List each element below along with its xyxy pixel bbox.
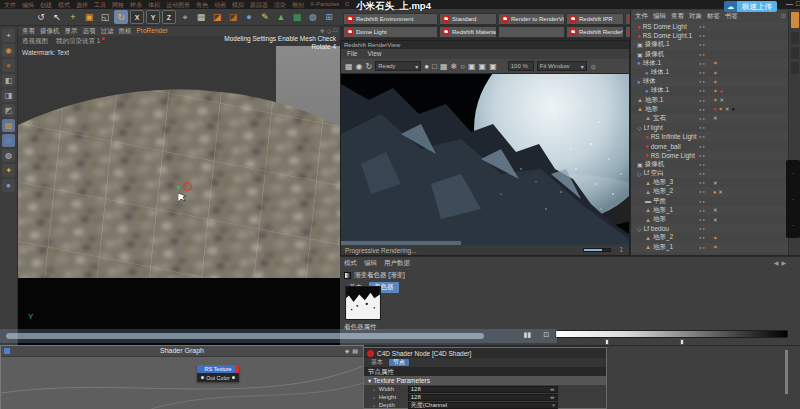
orange-tag-icon[interactable]: ✦ — [718, 106, 723, 112]
dialog-tab-基本[interactable]: 基本 — [367, 359, 387, 366]
menu-item[interactable]: 样条 — [130, 1, 142, 9]
dialog-tab-节点[interactable]: 节点 — [389, 359, 409, 366]
locked-workplane-icon[interactable]: ● — [2, 179, 15, 192]
menu-item[interactable]: 网格 — [112, 1, 124, 9]
coord-system-icon[interactable]: ⌖ — [178, 10, 192, 24]
visibility-dots-icon[interactable]: ●● — [699, 61, 706, 66]
render-settings-icon[interactable]: ◪ — [226, 10, 240, 24]
viewport-panel-icons[interactable]: ✛◇□ — [320, 27, 337, 34]
scale-icon[interactable]: ◱ — [98, 10, 112, 24]
menu-item[interactable]: 模拟 — [232, 1, 244, 9]
panel-tab-block[interactable] — [791, 62, 799, 74]
x-tag-icon[interactable]: ✕ — [725, 106, 730, 112]
menu-item[interactable]: 体积 — [148, 1, 160, 9]
window-icon[interactable]: ▤ — [352, 347, 358, 354]
om-menu-item[interactable]: 标签 — [707, 12, 720, 19]
history-arrow-icon[interactable]: ◀ — [774, 259, 779, 266]
node-out-color-port[interactable]: Out Color — [197, 373, 239, 382]
shader-graph-title-icons[interactable]: ◈▤ — [345, 347, 358, 354]
visibility-dots-icon[interactable]: ●● — [699, 42, 706, 47]
minimize-button[interactable]: — — [786, 0, 793, 7]
object-row[interactable]: ▲地形●●●✦✕● — [631, 105, 788, 114]
attr-menu-item[interactable]: 模式 — [344, 259, 357, 268]
menu-item[interactable]: 运动图形 — [166, 1, 190, 9]
visibility-dots-icon[interactable]: ●● — [699, 144, 706, 149]
convert-icon[interactable]: + — [2, 29, 15, 42]
redball-tag-icon[interactable]: ● — [720, 88, 723, 94]
orange-tag-icon[interactable]: ✦ — [713, 97, 718, 103]
region-icon[interactable]: □ — [432, 62, 437, 71]
volume-icon[interactable]: ▩ — [290, 10, 304, 24]
object-row[interactable]: ◇Lf bedou●● — [631, 224, 788, 233]
rs-button-dome-light[interactable]: Dome Light — [343, 26, 438, 38]
rs-button-empty[interactable] — [498, 26, 565, 38]
menu-item[interactable]: 文件 — [4, 1, 16, 9]
snapshot-icon[interactable]: ▦ — [345, 62, 353, 71]
axis-z-icon[interactable]: Z — [162, 10, 176, 24]
visibility-dots-icon[interactable]: ●● — [699, 180, 706, 185]
viewport-solo-icon[interactable]: ◍ — [2, 149, 15, 162]
object-row[interactable]: ●RS Dome Light●● — [631, 151, 788, 160]
orange-tag-icon[interactable]: ✦ — [713, 60, 718, 66]
object-row[interactable]: ●球体.1●●✦● — [631, 86, 788, 95]
status-dropdown[interactable]: Ready▾ — [375, 61, 421, 71]
visibility-dots-icon[interactable]: ●● — [699, 79, 706, 84]
visibility-dots-icon[interactable]: ●● — [699, 189, 706, 194]
scrollbar-thumb[interactable] — [791, 12, 799, 28]
visibility-dots-icon[interactable]: ●● — [699, 245, 706, 250]
player-control-icon[interactable]: ▮▮ — [523, 331, 531, 339]
visibility-dots-icon[interactable]: ●● — [699, 52, 706, 57]
object-row[interactable]: ▲宝石●●✕ — [631, 114, 788, 123]
visibility-dots-icon[interactable]: ●● — [699, 162, 706, 167]
rs-button-redshift-renderview[interactable]: Redshift RenderView — [566, 26, 624, 38]
visibility-dots-icon[interactable]: ●● — [699, 153, 706, 158]
rv-menu-item[interactable]: File — [347, 50, 357, 58]
orange-tag-icon[interactable]: ✦ — [713, 244, 718, 250]
attribute-history-icons[interactable]: ◀▶ — [774, 259, 786, 266]
restart-icon[interactable]: ↻ — [366, 62, 373, 71]
visibility-dots-icon[interactable]: ●● — [699, 226, 706, 231]
visibility-dots-icon[interactable]: ●● — [699, 88, 706, 93]
shader-graph-titlebar[interactable]: Shader Graph ◈▤ — [1, 346, 363, 357]
object-row[interactable]: ▲地形_1●●✦ — [631, 243, 788, 252]
om-menu-item[interactable]: 对象 — [689, 12, 702, 19]
menu-item[interactable]: 选择 — [76, 1, 88, 9]
menu-item[interactable]: 渲染 — [274, 1, 286, 9]
x-tag-icon[interactable]: ✕ — [713, 180, 718, 186]
polygons-mode-icon[interactable]: ◩ — [2, 104, 15, 117]
viewport-corner-icon[interactable]: ◇ — [327, 27, 332, 34]
points-mode-icon[interactable]: ◧ — [2, 74, 15, 87]
panel-tab-block[interactable] — [791, 47, 799, 59]
rs-texture-node[interactable]: RS Texture Out Color — [197, 365, 239, 382]
render-active-icon[interactable]: ◪ — [210, 10, 224, 24]
visibility-dots-icon[interactable]: ●● — [699, 125, 706, 130]
om-menu-item[interactable]: 书签 — [725, 12, 738, 19]
texture-mode-icon[interactable]: ● — [2, 59, 15, 72]
orangeball-tag-icon[interactable]: ● — [713, 189, 716, 195]
object-row[interactable]: ▬平面●● — [631, 197, 788, 206]
aov-icon-3[interactable]: ▣ — [489, 62, 497, 71]
x-tag-icon[interactable]: ✕ — [718, 189, 723, 195]
visibility-dots-icon[interactable]: ●● — [699, 33, 706, 38]
x-tag-icon[interactable]: ✕ — [713, 217, 718, 223]
maximize-button[interactable]: □ — [796, 0, 800, 7]
attr-menu-item[interactable]: 编辑 — [364, 259, 377, 268]
axis-mode-icon[interactable]: ▦ — [2, 134, 15, 147]
gradient-bar[interactable] — [555, 330, 788, 338]
object-row[interactable]: ▣摄像机.1●● — [631, 40, 788, 49]
object-row[interactable]: ▲地形_1●●✕ — [631, 206, 788, 215]
search-icon[interactable]: ⊙ — [781, 12, 786, 20]
object-row[interactable]: ▲地形.1●●✦✕ — [631, 96, 788, 105]
viewport-menu-item[interactable]: 显示 — [65, 27, 78, 35]
menu-item[interactable]: X-Particles — [310, 1, 339, 9]
menu-item[interactable]: 跟踪器 — [250, 1, 268, 9]
visibility-dots-icon[interactable]: ●● — [699, 199, 706, 204]
aov-icon-1[interactable]: ▣ — [468, 62, 476, 71]
menu-item[interactable]: 创建 — [40, 1, 52, 9]
renderview-title[interactable]: Redshift RenderView — [341, 41, 629, 49]
visibility-dots-icon[interactable]: ●● — [699, 235, 706, 240]
menu-item[interactable]: 模式 — [58, 1, 70, 9]
object-row[interactable]: ●dome_ball●● — [631, 141, 788, 150]
om-menu-item[interactable]: 编辑 — [653, 12, 666, 19]
om-menu-item[interactable]: 文件 — [635, 12, 648, 19]
